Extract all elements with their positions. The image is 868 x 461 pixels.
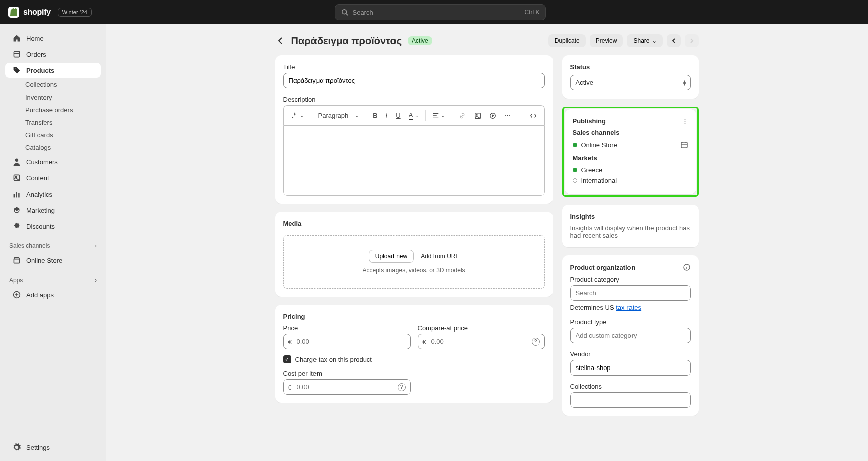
- channel-name: Online Store: [581, 141, 617, 149]
- rte-image-button[interactable]: [470, 110, 485, 122]
- rte-code-button[interactable]: [526, 110, 540, 122]
- rte-link-button[interactable]: [455, 110, 469, 122]
- status-badge: Active: [408, 36, 432, 45]
- nav-discounts[interactable]: Discounts: [5, 219, 101, 234]
- nav-customers[interactable]: Customers: [5, 154, 101, 169]
- preview-button[interactable]: Preview: [590, 34, 623, 47]
- category-input[interactable]: [570, 285, 691, 301]
- duplicate-button[interactable]: Duplicate: [548, 34, 586, 47]
- price-input[interactable]: [283, 334, 411, 349]
- status-dot-icon: [573, 168, 577, 172]
- back-button[interactable]: [275, 36, 285, 46]
- gear-icon: [12, 443, 21, 452]
- rte-bold-button[interactable]: B: [369, 109, 381, 122]
- svg-point-14: [477, 114, 478, 115]
- help-icon[interactable]: ?: [532, 338, 540, 346]
- title-input[interactable]: [283, 73, 545, 88]
- cost-per-item-input[interactable]: [283, 379, 411, 395]
- media-hint: Accepts images, videos, or 3D models: [298, 267, 530, 274]
- cost-per-item-label: Cost per item: [283, 370, 545, 377]
- products-icon: [12, 66, 21, 75]
- market-international: International: [573, 175, 688, 186]
- more-icon[interactable]: ⋮: [682, 117, 688, 125]
- nav-label: Customers: [26, 158, 58, 166]
- publishing-card: Publishing ⋮ Sales channels Online Store…: [565, 109, 696, 194]
- svg-rect-8: [18, 193, 19, 198]
- nav-sub-gift-cards[interactable]: Gift cards: [5, 129, 101, 141]
- compare-at-input[interactable]: [418, 334, 545, 349]
- channel-online-store: Online Store: [573, 139, 688, 150]
- media-heading: Media: [283, 220, 545, 227]
- add-from-url-link[interactable]: Add from URL: [421, 253, 459, 260]
- org-heading: Product organization: [570, 264, 636, 271]
- nav-sub-catalogs[interactable]: Catalogs: [5, 141, 101, 154]
- vendor-input[interactable]: [570, 360, 691, 376]
- version-pill: Winter '24: [58, 8, 92, 17]
- nav-sub-purchase-orders[interactable]: Purchase orders: [5, 104, 101, 116]
- nav-home[interactable]: Home: [5, 31, 101, 46]
- nav-label: Content: [26, 174, 49, 182]
- nav-add-apps[interactable]: Add apps: [5, 287, 101, 302]
- nav-orders[interactable]: Orders: [5, 47, 101, 62]
- nav-sub-transfers[interactable]: Transfers: [5, 116, 101, 129]
- insights-heading: Insights: [570, 213, 691, 220]
- rte-paragraph-select[interactable]: Paragraph ⌄: [314, 109, 363, 122]
- charge-tax-checkbox[interactable]: ✓ Charge tax on this product: [283, 355, 545, 363]
- select-caret-icon: ▴▾: [683, 80, 686, 86]
- tax-rates-link[interactable]: tax rates: [616, 304, 641, 311]
- svg-rect-11: [14, 259, 19, 263]
- nav-settings[interactable]: Settings: [5, 440, 101, 455]
- nav-online-store[interactable]: Online Store: [5, 253, 101, 268]
- nav-label: Add apps: [26, 291, 54, 299]
- chevron-down-icon: ⌄: [652, 37, 657, 44]
- info-icon[interactable]: [683, 263, 691, 271]
- rte-ai-button[interactable]: ⌄: [288, 110, 308, 122]
- apps-section[interactable]: Apps ›: [0, 273, 106, 287]
- nav-sub-collections[interactable]: Collections: [5, 78, 101, 91]
- rte-color-button[interactable]: A ⌄: [405, 109, 423, 122]
- sales-channels-section[interactable]: Sales channels ›: [0, 239, 106, 252]
- global-search[interactable]: Search Ctrl K: [335, 4, 546, 20]
- share-button[interactable]: Share ⌄: [627, 34, 662, 47]
- store-icon: [12, 256, 21, 265]
- logo[interactable]: shopify Winter '24: [8, 7, 92, 18]
- description-editor[interactable]: [283, 125, 545, 196]
- collections-input[interactable]: [570, 392, 691, 408]
- nav-label: Home: [26, 35, 44, 42]
- prev-product-button[interactable]: [667, 34, 681, 47]
- nav-analytics[interactable]: Analytics: [5, 187, 101, 202]
- rte-toolbar: ⌄ Paragraph ⌄ B I U A ⌄ ⌄: [283, 105, 545, 125]
- help-icon[interactable]: ?: [398, 383, 406, 391]
- discounts-icon: [12, 222, 21, 231]
- status-select[interactable]: Active: [570, 75, 691, 90]
- rte-italic-button[interactable]: I: [382, 109, 391, 122]
- nav-marketing[interactable]: Marketing: [5, 203, 101, 218]
- content-icon: [12, 173, 21, 182]
- media-dropzone[interactable]: Upload new Add from URL Accepts images, …: [283, 235, 545, 289]
- nav-label: Online Store: [26, 257, 62, 264]
- market-greece: Greece: [573, 165, 688, 175]
- rte-video-button[interactable]: [486, 110, 500, 122]
- nav-label: Marketing: [26, 207, 55, 214]
- calendar-icon[interactable]: [680, 141, 688, 149]
- upload-new-button[interactable]: Upload new: [369, 250, 414, 263]
- type-input[interactable]: [570, 328, 691, 343]
- insights-card: Insights Insights will display when the …: [562, 205, 699, 247]
- title-description-card: Title Description ⌄ Paragraph ⌄ B I U: [275, 55, 553, 204]
- rte-more-button[interactable]: ⋯: [501, 109, 514, 122]
- rte-underline-button[interactable]: U: [392, 109, 404, 122]
- analytics-icon: [12, 190, 21, 199]
- rte-align-button[interactable]: ⌄: [429, 110, 449, 122]
- market-name: International: [581, 177, 617, 185]
- section-label: Sales channels: [9, 242, 50, 249]
- compare-at-label: Compare-at price: [418, 324, 545, 332]
- nav-products[interactable]: Products: [5, 63, 101, 78]
- svg-rect-2: [14, 51, 19, 57]
- next-product-button: [685, 34, 699, 47]
- currency-symbol: €: [288, 338, 292, 345]
- status-heading: Status: [570, 63, 691, 71]
- nav-content[interactable]: Content: [5, 170, 101, 186]
- svg-rect-6: [14, 194, 15, 197]
- market-name: Greece: [581, 166, 603, 174]
- nav-sub-inventory[interactable]: Inventory: [5, 91, 101, 104]
